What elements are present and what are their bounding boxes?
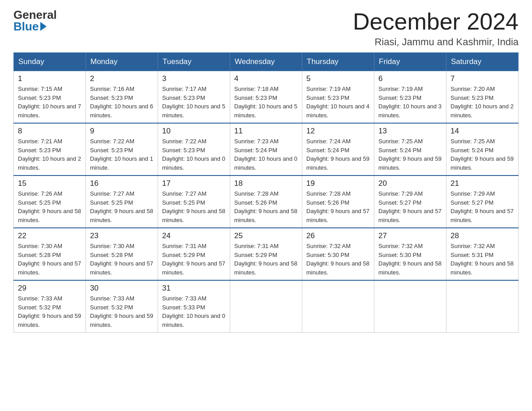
day-info: Sunrise: 7:22 AMSunset: 5:23 PMDaylight:…: [162, 137, 226, 172]
logo-triangle-icon: [40, 22, 47, 31]
day-number: 6: [378, 74, 442, 83]
day-number: 2: [90, 74, 154, 83]
calendar-cell: 6Sunrise: 7:19 AMSunset: 5:23 PMDaylight…: [374, 71, 446, 124]
day-info: Sunrise: 7:25 AMSunset: 5:24 PMDaylight:…: [378, 137, 442, 172]
calendar-cell: 18Sunrise: 7:28 AMSunset: 5:26 PMDayligh…: [230, 176, 302, 228]
day-number: 4: [234, 74, 298, 83]
day-number: 1: [18, 74, 82, 83]
calendar-cell: 26Sunrise: 7:32 AMSunset: 5:30 PMDayligh…: [302, 228, 374, 280]
day-info: Sunrise: 7:33 AMSunset: 5:33 PMDaylight:…: [162, 294, 226, 329]
logo-blue-text: Blue: [13, 21, 47, 32]
day-number: 29: [18, 284, 82, 293]
calendar-cell: 4Sunrise: 7:18 AMSunset: 5:23 PMDaylight…: [230, 71, 302, 124]
day-number: 22: [18, 231, 82, 240]
day-info: Sunrise: 7:27 AMSunset: 5:25 PMDaylight:…: [162, 189, 226, 224]
day-number: 31: [162, 284, 226, 293]
day-info: Sunrise: 7:33 AMSunset: 5:32 PMDaylight:…: [90, 294, 154, 329]
calendar-cell: 20Sunrise: 7:29 AMSunset: 5:27 PMDayligh…: [374, 176, 446, 228]
calendar-cell: 15Sunrise: 7:26 AMSunset: 5:25 PMDayligh…: [14, 176, 86, 228]
calendar-cell: 24Sunrise: 7:31 AMSunset: 5:29 PMDayligh…: [158, 228, 230, 280]
calendar-cell: 8Sunrise: 7:21 AMSunset: 5:23 PMDaylight…: [14, 123, 86, 176]
day-info: Sunrise: 7:25 AMSunset: 5:24 PMDaylight:…: [450, 137, 514, 172]
week-row-2: 8Sunrise: 7:21 AMSunset: 5:23 PMDaylight…: [14, 123, 519, 176]
header-saturday: Saturday: [446, 53, 519, 71]
calendar-cell: 5Sunrise: 7:19 AMSunset: 5:23 PMDaylight…: [302, 71, 374, 124]
day-info: Sunrise: 7:31 AMSunset: 5:29 PMDaylight:…: [162, 242, 226, 277]
month-title: December 2024: [353, 9, 519, 34]
day-info: Sunrise: 7:32 AMSunset: 5:30 PMDaylight:…: [378, 242, 442, 277]
day-number: 18: [234, 179, 298, 188]
day-number: 16: [90, 179, 154, 188]
day-number: 10: [162, 127, 226, 136]
day-info: Sunrise: 7:26 AMSunset: 5:25 PMDaylight:…: [18, 189, 82, 224]
day-info: Sunrise: 7:18 AMSunset: 5:23 PMDaylight:…: [234, 85, 298, 120]
day-number: 13: [378, 127, 442, 136]
calendar-cell: 29Sunrise: 7:33 AMSunset: 5:32 PMDayligh…: [14, 280, 86, 333]
week-row-1: 1Sunrise: 7:15 AMSunset: 5:23 PMDaylight…: [14, 71, 519, 124]
day-number: 28: [450, 231, 514, 240]
week-row-4: 22Sunrise: 7:30 AMSunset: 5:28 PMDayligh…: [14, 228, 519, 280]
header-tuesday: Tuesday: [158, 53, 230, 71]
calendar-cell: 25Sunrise: 7:31 AMSunset: 5:29 PMDayligh…: [230, 228, 302, 280]
calendar-cell: 12Sunrise: 7:24 AMSunset: 5:24 PMDayligh…: [302, 123, 374, 176]
day-number: 26: [306, 231, 370, 240]
logo: General Blue: [13, 9, 57, 32]
calendar-cell: 22Sunrise: 7:30 AMSunset: 5:28 PMDayligh…: [14, 228, 86, 280]
day-info: Sunrise: 7:20 AMSunset: 5:23 PMDaylight:…: [450, 85, 514, 120]
calendar-table: SundayMondayTuesdayWednesdayThursdayFrid…: [13, 52, 519, 333]
calendar-cell: 17Sunrise: 7:27 AMSunset: 5:25 PMDayligh…: [158, 176, 230, 228]
day-info: Sunrise: 7:24 AMSunset: 5:24 PMDaylight:…: [306, 137, 370, 172]
header-row: SundayMondayTuesdayWednesdayThursdayFrid…: [14, 53, 519, 71]
calendar-cell: 19Sunrise: 7:28 AMSunset: 5:26 PMDayligh…: [302, 176, 374, 228]
day-number: 23: [90, 231, 154, 240]
calendar-cell: 13Sunrise: 7:25 AMSunset: 5:24 PMDayligh…: [374, 123, 446, 176]
calendar-cell: 3Sunrise: 7:17 AMSunset: 5:23 PMDaylight…: [158, 71, 230, 124]
day-info: Sunrise: 7:31 AMSunset: 5:29 PMDaylight:…: [234, 242, 298, 277]
title-block: December 2024 Riasi, Jammu and Kashmir, …: [353, 9, 519, 48]
day-number: 17: [162, 179, 226, 188]
day-number: 24: [162, 231, 226, 240]
day-info: Sunrise: 7:19 AMSunset: 5:23 PMDaylight:…: [378, 85, 442, 120]
header-monday: Monday: [86, 53, 158, 71]
day-number: 27: [378, 231, 442, 240]
calendar-cell: 16Sunrise: 7:27 AMSunset: 5:25 PMDayligh…: [86, 176, 158, 228]
calendar-cell: [446, 280, 519, 333]
location-title: Riasi, Jammu and Kashmir, India: [353, 36, 519, 48]
day-info: Sunrise: 7:30 AMSunset: 5:28 PMDaylight:…: [18, 242, 82, 277]
header-friday: Friday: [374, 53, 446, 71]
header-sunday: Sunday: [14, 53, 86, 71]
day-number: 25: [234, 231, 298, 240]
calendar-cell: 1Sunrise: 7:15 AMSunset: 5:23 PMDaylight…: [14, 71, 86, 124]
day-info: Sunrise: 7:19 AMSunset: 5:23 PMDaylight:…: [306, 85, 370, 120]
calendar-cell: 27Sunrise: 7:32 AMSunset: 5:30 PMDayligh…: [374, 228, 446, 280]
day-info: Sunrise: 7:21 AMSunset: 5:23 PMDaylight:…: [18, 137, 82, 172]
calendar-cell: 9Sunrise: 7:22 AMSunset: 5:23 PMDaylight…: [86, 123, 158, 176]
day-number: 11: [234, 127, 298, 136]
day-number: 14: [450, 127, 514, 136]
day-info: Sunrise: 7:27 AMSunset: 5:25 PMDaylight:…: [90, 189, 154, 224]
calendar-cell: 14Sunrise: 7:25 AMSunset: 5:24 PMDayligh…: [446, 123, 519, 176]
day-number: 19: [306, 179, 370, 188]
calendar-cell: [302, 280, 374, 333]
calendar-cell: 11Sunrise: 7:23 AMSunset: 5:24 PMDayligh…: [230, 123, 302, 176]
day-info: Sunrise: 7:30 AMSunset: 5:28 PMDaylight:…: [90, 242, 154, 277]
day-number: 9: [90, 127, 154, 136]
day-info: Sunrise: 7:33 AMSunset: 5:32 PMDaylight:…: [18, 294, 82, 329]
header-wednesday: Wednesday: [230, 53, 302, 71]
calendar-cell: 10Sunrise: 7:22 AMSunset: 5:23 PMDayligh…: [158, 123, 230, 176]
day-info: Sunrise: 7:15 AMSunset: 5:23 PMDaylight:…: [18, 85, 82, 120]
day-info: Sunrise: 7:16 AMSunset: 5:23 PMDaylight:…: [90, 85, 154, 120]
calendar-cell: 28Sunrise: 7:32 AMSunset: 5:31 PMDayligh…: [446, 228, 519, 280]
day-number: 5: [306, 74, 370, 83]
calendar-cell: 23Sunrise: 7:30 AMSunset: 5:28 PMDayligh…: [86, 228, 158, 280]
day-number: 8: [18, 127, 82, 136]
day-info: Sunrise: 7:23 AMSunset: 5:24 PMDaylight:…: [234, 137, 298, 172]
day-info: Sunrise: 7:22 AMSunset: 5:23 PMDaylight:…: [90, 137, 154, 172]
calendar-cell: 2Sunrise: 7:16 AMSunset: 5:23 PMDaylight…: [86, 71, 158, 124]
logo-general-text: General: [13, 9, 57, 21]
day-number: 3: [162, 74, 226, 83]
week-row-3: 15Sunrise: 7:26 AMSunset: 5:25 PMDayligh…: [14, 176, 519, 228]
calendar-cell: 21Sunrise: 7:29 AMSunset: 5:27 PMDayligh…: [446, 176, 519, 228]
day-info: Sunrise: 7:17 AMSunset: 5:23 PMDaylight:…: [162, 85, 226, 120]
day-number: 12: [306, 127, 370, 136]
